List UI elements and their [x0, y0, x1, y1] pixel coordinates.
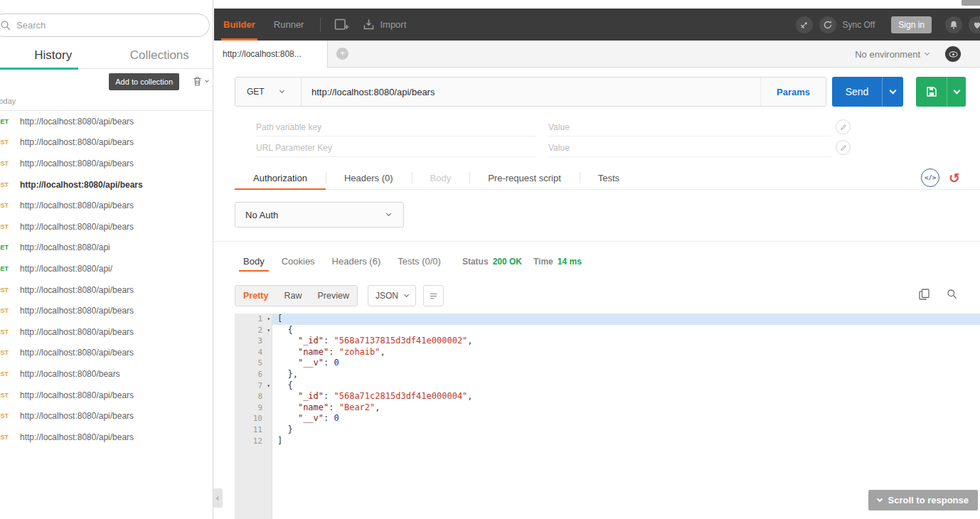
new-tab-button[interactable] [328, 18, 356, 31]
format-dropdown[interactable]: JSON [368, 285, 416, 306]
sync-icon[interactable] [819, 16, 836, 33]
method-label: POST [0, 139, 9, 146]
method-label: POST [0, 223, 9, 230]
url-input[interactable] [302, 77, 760, 106]
search-response-icon[interactable] [947, 289, 957, 300]
history-item[interactable]: POSThttp://localhost:8080/api/bears [0, 153, 213, 174]
request-tabs-list: AuthorizationHeaders (0)BodyPre-request … [235, 166, 638, 189]
sidebar-tab-history[interactable]: History [0, 42, 107, 68]
code-line: 1▾[ [235, 314, 980, 325]
send-options-button[interactable] [883, 90, 903, 93]
response-tab-cookies[interactable]: Cookies [273, 250, 324, 273]
history-item[interactable]: GEThttp://localhost:8080/api/bears [0, 111, 213, 132]
history-item[interactable]: POSThttp://localhost:8080/api/bears [0, 343, 213, 364]
clear-history-button[interactable] [192, 75, 208, 87]
code-lines: 1▾[2▾ {3 "_id": "568a7137815d3df41e00000… [235, 314, 980, 446]
request-tab-headers-0[interactable]: Headers (0) [326, 166, 412, 189]
feedback-heart-icon[interactable] [969, 16, 980, 33]
method-label: POST [0, 160, 9, 167]
response-tab-body[interactable]: Body [235, 250, 273, 273]
interceptor-icon[interactable] [796, 16, 813, 33]
response-tab-tests-0-0[interactable]: Tests (0/0) [389, 250, 449, 273]
request-tabs: AuthorizationHeaders (0)BodyPre-request … [235, 166, 980, 190]
method-label: POST [0, 328, 9, 336]
view-mode-preview[interactable]: Preview [309, 286, 356, 306]
method-label: POST [0, 307, 9, 314]
search-input[interactable] [16, 20, 180, 31]
tab-bar: http://localhost:808... + No environment [214, 41, 980, 68]
request-tab-open[interactable]: http://localhost:808... [214, 41, 328, 68]
history-url: http://localhost:8080/api/bears [20, 348, 134, 358]
response-status: Status 200 OK Time 14 ms [462, 257, 589, 267]
chevron-down-icon [404, 292, 409, 297]
generate-code-icon[interactable]: </> [921, 168, 939, 187]
code-line: 10 "__v": 0 [235, 413, 980, 424]
copy-icon[interactable] [919, 289, 930, 300]
method-label: GET [0, 265, 9, 272]
view-mode-raw[interactable]: Raw [276, 286, 309, 306]
method-label: POST [0, 434, 9, 441]
wrap-lines-button[interactable] [423, 285, 444, 306]
request-tab-tests[interactable]: Tests [580, 166, 638, 189]
notifications-bell-icon[interactable] [945, 16, 962, 33]
environment-quicklook-eye-icon[interactable] [945, 46, 961, 62]
path-variable-value-input[interactable] [548, 118, 831, 137]
path-variable-key-input[interactable] [256, 118, 536, 137]
history-item[interactable]: GEThttp://localhost:8080/api/ [0, 258, 213, 279]
chevron-down-icon [876, 496, 882, 501]
fold-icon[interactable]: ▾ [267, 325, 270, 336]
nav-runner[interactable]: Runner [265, 9, 314, 41]
new-window-icon [334, 18, 350, 31]
history-item[interactable]: POSThttp://localhost:8080/api/bears [0, 300, 213, 321]
request-tab-pre-request-script[interactable]: Pre-request script [469, 166, 580, 189]
code-line: 11 } [235, 424, 980, 436]
import-icon [363, 18, 375, 31]
fold-icon[interactable]: ▾ [267, 314, 270, 325]
history-item[interactable]: POSThttp://localhost:8080/api/bears [0, 174, 213, 196]
history-url: http://localhost:8080/api/bears [20, 411, 134, 421]
reset-icon[interactable]: ↺ [949, 171, 960, 185]
history-item[interactable]: POSThttp://localhost:8080/api/bears [0, 216, 213, 237]
request-tab-authorization[interactable]: Authorization [235, 166, 326, 189]
line-number: 5 [235, 358, 272, 369]
scroll-to-response-button[interactable]: Scroll to response [868, 490, 978, 510]
history-item[interactable]: GEThttp://localhost:8080/api [0, 237, 213, 259]
url-parameter-value-input[interactable] [548, 139, 831, 157]
import-button[interactable]: Import [356, 18, 412, 31]
add-tab-button[interactable]: + [336, 48, 348, 60]
params-button[interactable]: Params [760, 77, 826, 106]
method-dropdown[interactable]: GET [235, 77, 301, 106]
request-tab-body[interactable]: Body [412, 166, 470, 189]
sync-status-label: Sync Off [843, 20, 875, 30]
send-button[interactable]: Send [832, 77, 903, 107]
sign-in-button[interactable]: Sign in [891, 16, 932, 33]
history-item[interactable]: POSThttp://localhost:8080/api/bears [0, 321, 213, 343]
edit-pencil-icon[interactable] [836, 119, 851, 134]
history-item[interactable]: POSThttp://localhost:8080/api/bears [0, 405, 213, 427]
history-item[interactable]: POSThttp://localhost:8080/api/bears [0, 132, 213, 154]
view-mode-pretty[interactable]: Pretty [235, 286, 276, 306]
collapse-sidebar-handle[interactable] [213, 488, 223, 508]
environment-selector[interactable]: No environment [855, 49, 920, 60]
history-url: http://localhost:8080/api/bears [20, 200, 134, 210]
response-tab-headers-6[interactable]: Headers (6) [324, 250, 390, 273]
format-value: JSON [376, 291, 398, 301]
edit-pencil-icon[interactable] [836, 140, 851, 155]
save-icon [916, 86, 947, 97]
add-to-collection-button[interactable]: Add to collection [109, 73, 179, 90]
sidebar-tab-collections[interactable]: Collections [107, 42, 213, 68]
fold-icon[interactable]: ▾ [267, 380, 270, 392]
nav-builder[interactable]: Builder [214, 9, 265, 41]
history-item[interactable]: POSThttp://localhost:8080/bears [0, 363, 213, 385]
view-mode-group: PrettyRawPreview [235, 285, 358, 306]
history-item[interactable]: POSThttp://localhost:8080/api/bears [0, 195, 213, 216]
auth-type-dropdown[interactable]: No Auth [235, 202, 404, 228]
history-item[interactable]: POSThttp://localhost:8080/api/bears [0, 385, 213, 406]
history-item[interactable]: POSThttp://localhost:8080/api/bears [0, 279, 213, 301]
chevron-down-icon [953, 87, 960, 95]
history-item[interactable]: POSThttp://localhost:8080/api/bears [0, 427, 213, 448]
line-number: 7▾ [235, 380, 272, 392]
save-button[interactable] [916, 77, 966, 107]
save-options-button[interactable] [947, 90, 966, 93]
url-parameter-key-input[interactable] [256, 139, 536, 157]
